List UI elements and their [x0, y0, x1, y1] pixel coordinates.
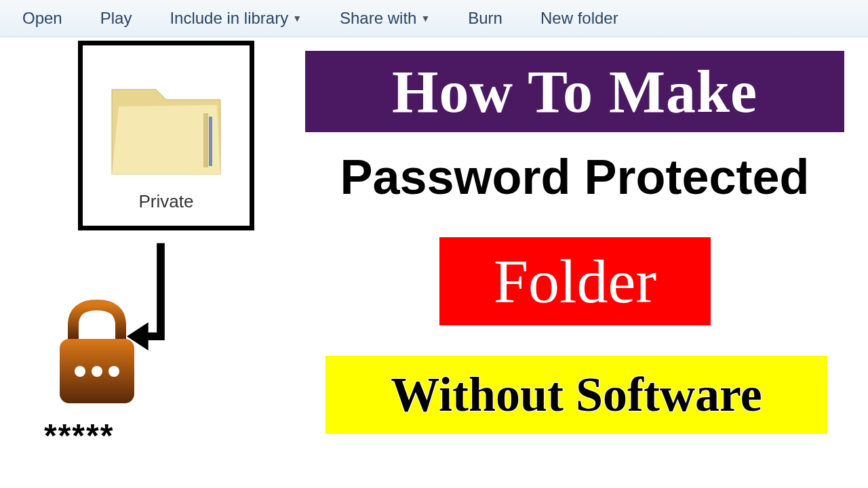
open-button[interactable]: Open	[3, 5, 81, 32]
chevron-down-icon: ▼	[292, 13, 302, 24]
share-with-button[interactable]: Share with ▼	[321, 5, 449, 32]
svg-point-3	[108, 366, 119, 377]
title-text-password-protected: Password Protected	[305, 149, 844, 205]
explorer-toolbar: Open Play Include in library ▼ Share wit…	[0, 0, 868, 37]
folder-label: Private	[139, 191, 194, 212]
burn-button[interactable]: Burn	[449, 5, 521, 32]
folder-icon	[98, 66, 234, 188]
title-banner-without-software: Without Software	[326, 356, 827, 434]
title-banner-how-to-make: How To Make	[305, 51, 844, 132]
folder-container[interactable]: Private	[78, 41, 254, 230]
play-button[interactable]: Play	[81, 5, 151, 32]
title-text-4: Without Software	[391, 367, 762, 423]
new-folder-button[interactable]: New folder	[521, 5, 637, 32]
title-text-1: How To Make	[392, 58, 757, 126]
share-with-label: Share with	[340, 9, 416, 28]
chevron-down-icon: ▼	[420, 13, 430, 24]
svg-point-2	[92, 366, 102, 377]
include-in-library-button[interactable]: Include in library ▼	[151, 5, 321, 32]
title-text-3: Folder	[494, 245, 656, 317]
title-banner-folder: Folder	[439, 237, 711, 325]
lock-icon	[53, 298, 141, 407]
svg-point-1	[75, 366, 85, 377]
password-mask-text: *****	[44, 417, 114, 454]
include-in-library-label: Include in library	[170, 9, 288, 28]
